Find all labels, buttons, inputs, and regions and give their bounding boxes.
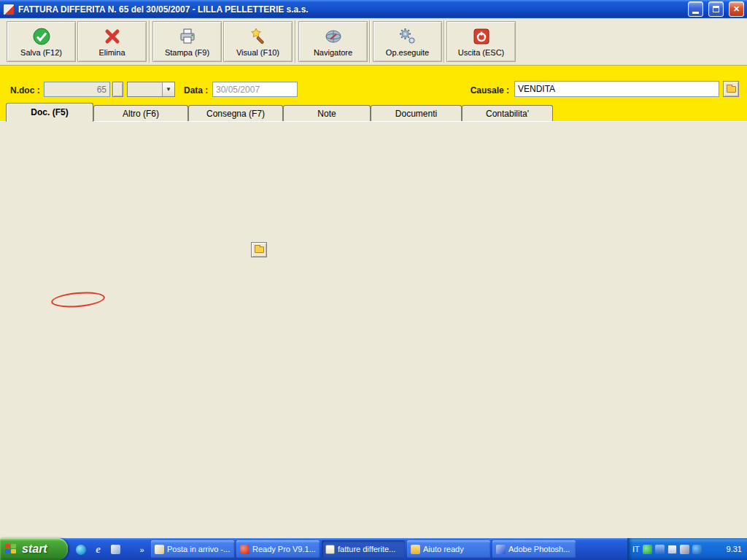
folder-icon (255, 246, 264, 253)
navigator-button-label: Navigatore (314, 48, 352, 57)
toolbar-separator (295, 20, 296, 63)
tray-icon-4[interactable] (680, 545, 689, 554)
tray-icon-5[interactable] (692, 545, 702, 554)
causale-folder-button[interactable] (723, 81, 739, 97)
ndoc-suffix-combo[interactable]: ▼ (127, 82, 175, 97)
quick-launch-icon-1[interactable] (74, 543, 87, 556)
save-button-label: Salva (F12) (20, 48, 62, 57)
tab-consegna[interactable]: Consegna (F7) (188, 105, 283, 122)
tab-page-doc (0, 121, 747, 538)
save-button[interactable]: Salva (F12) (7, 21, 76, 62)
maximize-button[interactable] (708, 1, 724, 17)
ndoc-ellipsis-button[interactable] (112, 82, 123, 97)
window-title: FATTURA DIFFERITA N. 65 del 30/05/2007 -… (18, 4, 683, 15)
tab-altro[interactable]: Altro (F6) (93, 105, 188, 122)
ndoc-input[interactable]: 65 (44, 82, 110, 97)
visual-button[interactable]: Visual (F10) (223, 21, 293, 62)
causale-label: Causale : (463, 85, 509, 96)
quick-launch-icon-3[interactable] (109, 543, 122, 556)
document-icon (325, 545, 335, 554)
delete-x-icon (103, 27, 122, 46)
start-button[interactable]: start (0, 538, 68, 560)
pagamento-folder-button[interactable] (251, 242, 267, 257)
minimize-button[interactable] (688, 1, 703, 17)
exit-power-icon (472, 27, 491, 46)
maximize-icon (713, 6, 719, 12)
tab-contabilita[interactable]: Contabilita' (462, 105, 553, 122)
op-eseguite-button-label: Op.eseguite (386, 48, 429, 57)
application-window: FATTURA DIFFERITA N. 65 del 30/05/2007 -… (0, 0, 747, 560)
taskbar-task-aiuto[interactable]: Aiuto ready (407, 540, 490, 558)
data-label: Data : (184, 85, 208, 96)
minimize-icon (692, 12, 699, 14)
windows-flag-icon (5, 544, 18, 555)
navigator-button[interactable]: Navigatore (298, 21, 368, 62)
visual-button-label: Visual (F10) (236, 48, 279, 57)
tab-documenti[interactable]: Documenti (371, 105, 462, 122)
photoshop-icon (496, 545, 506, 554)
internet-explorer-icon[interactable]: e (92, 543, 104, 556)
clock: 9.31 (727, 545, 742, 553)
chevron-down-icon: ▼ (162, 82, 174, 96)
ndoc-label: N.doc : (10, 85, 40, 96)
toolbar-separator (369, 20, 371, 63)
tray-icon-2[interactable] (655, 545, 665, 554)
navigator-globe-icon (324, 27, 343, 46)
print-button[interactable]: Stampa (F9) (152, 21, 222, 62)
exit-button-label: Uscita (ESC) (458, 48, 505, 57)
taskbar-task-photoshop[interactable]: Adobe Photosh... (492, 540, 576, 558)
save-check-icon (32, 27, 51, 46)
exit-button[interactable]: Uscita (ESC) (446, 21, 516, 62)
close-button[interactable]: ✕ (729, 1, 744, 17)
tab-doc[interactable]: Doc. (F5) (6, 103, 93, 122)
delete-button[interactable]: Elimina (77, 21, 147, 62)
readypro-icon (240, 545, 249, 554)
causale-input[interactable]: VENDITA (514, 81, 719, 97)
tray-icon-1[interactable] (643, 545, 652, 554)
toolbar: Salva (F12) Elimina Stampa (F9) Visual (… (0, 18, 747, 66)
tab-note[interactable]: Note (283, 105, 371, 122)
folder-icon (411, 545, 420, 554)
magic-wand-icon (249, 27, 268, 46)
app-icon (3, 4, 15, 15)
folder-icon (727, 86, 736, 93)
system-tray: IT 9.31 (627, 538, 747, 560)
taskbar-task-readypro[interactable]: Ready Pro V9.1... (236, 540, 320, 558)
mail-icon (155, 545, 164, 554)
op-eseguite-button[interactable]: Op.eseguite (373, 21, 442, 62)
toolbar-separator (149, 20, 150, 63)
printer-icon (178, 27, 197, 46)
gears-icon (398, 27, 417, 46)
tray-icon-3[interactable] (667, 545, 677, 554)
print-button-label: Stampa (F9) (165, 48, 209, 57)
language-indicator[interactable]: IT (632, 545, 640, 553)
data-input[interactable]: 30/05/2007 (212, 82, 298, 97)
taskbar-task-posta[interactable]: Posta in arrivo -... (151, 540, 234, 558)
quick-launch-overflow-chevron[interactable]: » (136, 543, 148, 556)
toolbar-separator (444, 20, 445, 63)
title-bar: FATTURA DIFFERITA N. 65 del 30/05/2007 -… (0, 0, 747, 18)
taskbar-task-fatture[interactable]: fatture differite... (322, 540, 405, 558)
delete-button-label: Elimina (98, 48, 125, 57)
